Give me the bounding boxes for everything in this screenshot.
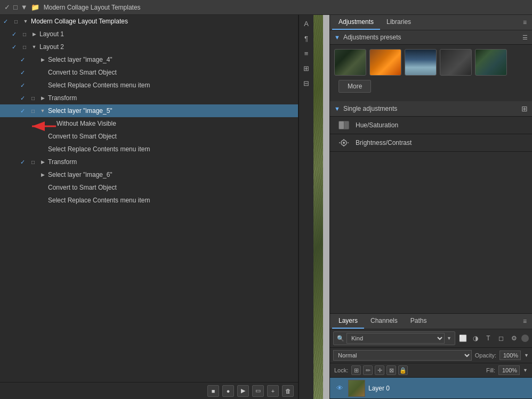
tool-a[interactable]: A <box>300 17 313 30</box>
expand-col[interactable]: ▼ <box>21 19 30 24</box>
hue-sat-icon <box>336 120 351 131</box>
expand-icon: ▼ <box>21 3 28 11</box>
action-row-select-image5[interactable]: ✓ □ ▼ Select layer "image_5" <box>0 104 298 117</box>
tool-sliders[interactable]: ⊟ <box>300 77 313 89</box>
action-row-convert2[interactable]: Convert to Smart Object <box>0 130 298 143</box>
action-row-root[interactable]: ✓ □ ▼ Modern Collage Layout Templates <box>0 15 298 28</box>
list-icon[interactable]: ☰ <box>522 34 528 41</box>
action-row-select-image6[interactable]: ▶ Select layer "image_6" <box>0 168 298 181</box>
top-bar-controls: ✓ □ ▼ 📁 <box>4 3 39 11</box>
action-row-layout1[interactable]: ✓ □ ▶ Layout 1 <box>0 28 298 40</box>
row-label: Layout 1 <box>38 30 294 38</box>
lock-label: Lock: <box>334 367 348 373</box>
lock-bar: Lock: ⊞ ✏ ✛ ⊠ 🔒 Fill: ▼ <box>330 363 532 378</box>
tab-paths[interactable]: Paths <box>404 314 433 329</box>
hue-sat-label: Hue/Saturation <box>356 121 398 129</box>
lock-position-btn[interactable]: ✏ <box>363 365 373 375</box>
row-label: Transform <box>47 94 294 102</box>
presets-section-header[interactable]: ▼ Adjustments presets ☰ <box>330 30 532 45</box>
tool-menu[interactable]: ≡ <box>300 47 313 60</box>
action-row-convert1[interactable]: ✓ Convert to Smart Object <box>0 66 298 79</box>
action-row-select-image4[interactable]: ✓ ▶ Select layer "image_4" <box>0 53 298 66</box>
filter-icons: ⬜ ◑ T ◻ ⚙ <box>457 333 529 344</box>
check-col: ✓ <box>17 108 28 115</box>
record-button[interactable]: ● <box>222 385 234 397</box>
layer-visibility-btn[interactable]: 👁 <box>334 383 345 394</box>
action-row-convert3[interactable]: Convert to Smart Object <box>0 181 298 194</box>
action-row-transform2[interactable]: ✓ □ ▶ Transform <box>0 156 298 168</box>
folder-icon: 📁 <box>31 3 39 11</box>
grid-icon[interactable]: ⊞ <box>521 104 528 113</box>
tab-libraries[interactable]: Libraries <box>380 15 417 30</box>
eye-col: □ <box>28 95 38 101</box>
adj-menu-button[interactable]: ≡ <box>520 17 530 28</box>
action-row-replace3[interactable]: Select Replace Contents menu item <box>0 194 298 207</box>
collapse-icon: ▼ <box>334 34 340 40</box>
filter-smart-btn[interactable]: ⚙ <box>509 333 519 344</box>
single-adj-title: Single adjustments <box>343 105 521 112</box>
chevron-down-icon: ▼ <box>447 336 452 341</box>
preset-thumb-3[interactable] <box>405 49 437 76</box>
opacity-input[interactable] <box>499 351 521 360</box>
action-row-layout2[interactable]: ✓ □ ▼ Layout 2 <box>0 40 298 53</box>
single-adj-header[interactable]: ▼ Single adjustments ⊞ <box>330 101 532 117</box>
action-row-transform1[interactable]: ✓ □ ▶ Transform <box>0 92 298 104</box>
check-col: ✓ <box>9 31 19 38</box>
expand-col[interactable]: ▶ <box>30 31 38 37</box>
tab-channels[interactable]: Channels <box>364 314 404 329</box>
more-btn-container: More <box>330 80 532 101</box>
actions-toolbar: ■ ● ▶ ▭ + 🗑 <box>0 382 298 399</box>
filter-type-btn[interactable]: T <box>483 333 494 344</box>
preset-thumb-5[interactable] <box>475 49 507 76</box>
layers-menu-button[interactable]: ≡ <box>520 315 530 327</box>
preset-thumb-1[interactable] <box>334 49 366 76</box>
filter-shape-btn[interactable]: ◻ <box>496 333 506 344</box>
adj-item-hue-sat[interactable]: Hue/Saturation <box>330 117 532 134</box>
tab-adjustments[interactable]: Adjustments <box>332 15 380 30</box>
folder-button[interactable]: ▭ <box>252 385 264 397</box>
filter-adj-btn[interactable]: ◑ <box>470 333 481 344</box>
expand-col[interactable]: ▶ <box>38 95 47 101</box>
opacity-label: Opacity: <box>475 352 496 359</box>
row-label: Modern Collage Layout Templates <box>30 18 294 25</box>
lock-pixels-btn[interactable]: ⊞ <box>351 365 361 375</box>
eye-col: □ <box>11 19 21 25</box>
row-label: Select Replace Contents menu item <box>47 145 294 153</box>
action-row-without-make-visible[interactable]: Without Make Visible <box>0 117 298 130</box>
layers-panel: Layers Channels Paths ≡ 🔍 Kind ▼ <box>330 313 532 399</box>
filter-pixel-btn[interactable]: ⬜ <box>457 333 468 344</box>
check-col: ✓ <box>9 44 19 51</box>
expand-col[interactable]: ▼ <box>38 108 47 113</box>
play-button[interactable]: ▶ <box>237 385 249 397</box>
expand-col[interactable]: ▶ <box>38 159 47 165</box>
expand-col[interactable]: ▶ <box>38 57 47 62</box>
lock-artboard-btn[interactable]: ✛ <box>375 365 384 375</box>
preset-thumb-2[interactable] <box>369 49 401 76</box>
layer-row-0[interactable]: 👁 Layer 0 <box>330 378 532 399</box>
add-button[interactable]: + <box>267 385 279 397</box>
fill-input[interactable] <box>498 365 520 375</box>
more-button[interactable]: More <box>338 80 371 93</box>
row-label: Convert to Smart Object <box>47 184 294 191</box>
tool-table[interactable]: ⊞ <box>300 62 313 75</box>
filter-kind-select[interactable]: Kind <box>346 333 445 344</box>
blend-mode-select[interactable]: Normal Dissolve Darken Multiply <box>333 350 472 361</box>
row-label: Select layer "image_5" <box>47 107 294 115</box>
action-row-replace1[interactable]: ✓ Select Replace Contents menu item <box>0 79 298 92</box>
search-icon: 🔍 <box>337 335 344 342</box>
lock-all-btn[interactable]: 🔒 <box>398 365 408 375</box>
adj-item-brightness[interactable]: Brightness/Contrast <box>330 134 532 152</box>
preset-thumb-4[interactable] <box>440 49 472 76</box>
expand-col[interactable]: ▶ <box>38 172 47 177</box>
delete-button[interactable]: 🗑 <box>282 385 294 397</box>
tab-layers[interactable]: Layers <box>332 314 364 329</box>
svg-rect-3 <box>339 121 344 129</box>
lock-move-btn[interactable]: ⊠ <box>386 365 396 375</box>
tool-paragraph[interactable]: ¶ <box>300 32 313 45</box>
canvas-photo <box>313 15 323 399</box>
action-row-replace2[interactable]: Select Replace Contents menu item <box>0 143 298 156</box>
expand-col[interactable]: ▼ <box>30 44 38 50</box>
stop-button[interactable]: ■ <box>207 385 219 397</box>
row-label: Convert to Smart Object <box>47 69 294 76</box>
filter-toggle[interactable] <box>521 335 529 342</box>
